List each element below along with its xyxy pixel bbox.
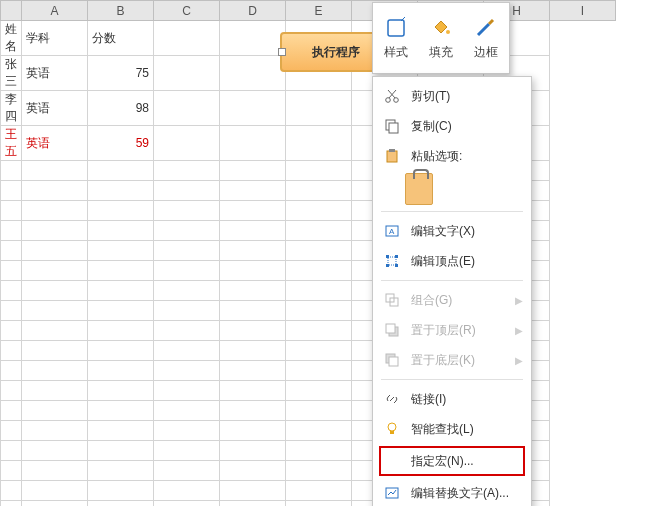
cell[interactable]	[22, 301, 88, 321]
cell[interactable]	[286, 301, 352, 321]
paste-option-clipboard[interactable]	[373, 173, 531, 205]
cell[interactable]	[220, 241, 286, 261]
cell[interactable]	[88, 421, 154, 441]
col-header-b[interactable]: B	[88, 1, 154, 21]
cell[interactable]	[1, 401, 22, 421]
cell[interactable]	[22, 261, 88, 281]
cell[interactable]	[154, 361, 220, 381]
cell[interactable]	[154, 56, 220, 91]
cell[interactable]	[88, 261, 154, 281]
col-header-e[interactable]: E	[286, 1, 352, 21]
cell[interactable]	[22, 381, 88, 401]
cell[interactable]	[220, 381, 286, 401]
cell[interactable]	[286, 361, 352, 381]
cell[interactable]	[286, 481, 352, 501]
cell[interactable]	[88, 441, 154, 461]
cell[interactable]	[1, 241, 22, 261]
cell[interactable]: 姓名	[1, 21, 22, 56]
cell[interactable]: 张三	[1, 56, 22, 91]
cell[interactable]	[154, 381, 220, 401]
cell[interactable]	[1, 321, 22, 341]
cell[interactable]	[88, 361, 154, 381]
cell[interactable]	[88, 501, 154, 507]
cell[interactable]	[154, 461, 220, 481]
cell[interactable]	[220, 161, 286, 181]
cell[interactable]	[220, 56, 286, 91]
cell[interactable]	[22, 181, 88, 201]
menu-smart-lookup[interactable]: 智能查找(L)	[373, 414, 531, 444]
menu-cut[interactable]: 剪切(T)	[373, 81, 531, 111]
cell[interactable]	[286, 221, 352, 241]
cell[interactable]	[1, 461, 22, 481]
cell[interactable]	[286, 341, 352, 361]
cell[interactable]	[220, 321, 286, 341]
cell[interactable]	[286, 181, 352, 201]
cell[interactable]	[154, 241, 220, 261]
cell[interactable]	[154, 401, 220, 421]
cell[interactable]	[154, 161, 220, 181]
cell[interactable]	[286, 321, 352, 341]
cell[interactable]	[286, 381, 352, 401]
cell[interactable]	[220, 421, 286, 441]
cell[interactable]	[154, 501, 220, 507]
cell[interactable]	[22, 441, 88, 461]
cell[interactable]	[1, 421, 22, 441]
cell[interactable]	[22, 421, 88, 441]
cell[interactable]: 学科	[22, 21, 88, 56]
cell[interactable]	[22, 401, 88, 421]
cell[interactable]	[220, 281, 286, 301]
cell[interactable]	[220, 181, 286, 201]
cell[interactable]	[154, 21, 220, 56]
cell[interactable]	[88, 161, 154, 181]
cell[interactable]	[22, 241, 88, 261]
col-header-a[interactable]: A	[22, 1, 88, 21]
cell[interactable]	[154, 91, 220, 126]
cell[interactable]	[22, 361, 88, 381]
col-header-i[interactable]: I	[550, 1, 616, 21]
cell[interactable]	[154, 441, 220, 461]
cell[interactable]	[22, 321, 88, 341]
cell[interactable]	[154, 341, 220, 361]
cell[interactable]	[220, 501, 286, 507]
cell[interactable]	[1, 281, 22, 301]
cell[interactable]: 英语	[22, 91, 88, 126]
cell[interactable]	[88, 481, 154, 501]
cell[interactable]	[1, 341, 22, 361]
cell[interactable]	[88, 381, 154, 401]
cell[interactable]	[154, 261, 220, 281]
cell[interactable]	[22, 461, 88, 481]
cell[interactable]	[154, 301, 220, 321]
cell[interactable]	[220, 481, 286, 501]
cell[interactable]	[22, 221, 88, 241]
cell[interactable]	[88, 401, 154, 421]
cell[interactable]	[220, 91, 286, 126]
cell[interactable]	[220, 441, 286, 461]
cell[interactable]	[154, 421, 220, 441]
cell[interactable]	[286, 241, 352, 261]
cell[interactable]	[22, 501, 88, 507]
cell[interactable]	[154, 221, 220, 241]
cell[interactable]: 英语	[22, 126, 88, 161]
cell[interactable]	[154, 126, 220, 161]
cell[interactable]	[286, 201, 352, 221]
cell[interactable]	[154, 181, 220, 201]
cell[interactable]	[88, 461, 154, 481]
cell[interactable]	[220, 461, 286, 481]
cell[interactable]	[154, 281, 220, 301]
cell[interactable]	[154, 201, 220, 221]
cell[interactable]	[1, 301, 22, 321]
cell[interactable]	[22, 481, 88, 501]
cell[interactable]	[88, 281, 154, 301]
col-header-d[interactable]: D	[220, 1, 286, 21]
cell[interactable]	[22, 201, 88, 221]
cell[interactable]	[220, 21, 286, 56]
cell[interactable]: 英语	[22, 56, 88, 91]
menu-edit-points[interactable]: 编辑顶点(E)	[373, 246, 531, 276]
cell[interactable]	[286, 91, 352, 126]
corner-cell[interactable]	[1, 1, 22, 21]
cell[interactable]	[154, 481, 220, 501]
style-menu[interactable]: 样式	[373, 3, 418, 73]
cell[interactable]	[88, 221, 154, 241]
cell[interactable]: 分数	[88, 21, 154, 56]
cell[interactable]	[220, 361, 286, 381]
